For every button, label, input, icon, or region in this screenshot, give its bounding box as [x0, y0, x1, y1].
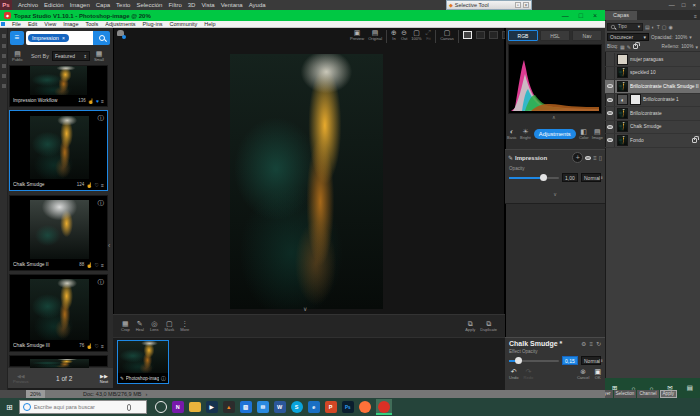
zoom-level[interactable]: 20% [26, 390, 45, 398]
selective-tool-window[interactable]: ◆ Selective Tool ▫ × [446, 0, 532, 10]
menu-seleccion[interactable]: Selección [136, 2, 162, 8]
start-button[interactable]: ⊞ [6, 403, 13, 412]
taskbar-search[interactable] [19, 400, 147, 414]
thumbs-up-icon[interactable]: ☝ [86, 262, 92, 268]
search-input[interactable]: Impression × [26, 31, 93, 45]
filmstrip-thumbnail[interactable]: ✎ Photoshop-image ⓘ [117, 340, 169, 384]
more-button[interactable]: ⋮More [180, 320, 189, 332]
effect-menu-icon[interactable]: ≡ [589, 341, 593, 347]
menu-help[interactable]: Help [204, 21, 215, 27]
menu-tools[interactable]: Tools [85, 21, 98, 27]
lock-all-icon[interactable] [633, 44, 638, 49]
collapse-canvas-icon[interactable]: ∨ [303, 305, 307, 312]
menu-plugins[interactable]: Plug-ins [143, 21, 163, 27]
visibility-toggle[interactable] [605, 134, 615, 147]
redo-button[interactable]: ↷Redo [524, 368, 534, 380]
info-icon[interactable]: ⓘ [161, 375, 166, 381]
small-grid-toggle[interactable]: ▦ Small [94, 50, 104, 62]
fill-value[interactable]: 100% [681, 44, 693, 49]
heart-icon[interactable]: ♡ [95, 343, 99, 349]
mail-icon[interactable]: ✉ [257, 401, 269, 413]
blend-mode-select[interactable]: Oscurecer ▾ [607, 33, 649, 41]
trash-icon[interactable]: ▯ [599, 154, 602, 161]
panel-menu-icon[interactable]: ≡ [694, 13, 697, 19]
edge-icon[interactable]: e [308, 401, 320, 413]
menu-ventana[interactable]: Ventana [221, 2, 243, 8]
visibility-toggle[interactable] [605, 80, 615, 93]
heart-icon[interactable]: ♡ [95, 262, 99, 268]
filter-shape-icon[interactable]: ▢ [662, 24, 667, 30]
tab-apply[interactable]: Apply [660, 390, 678, 398]
menu-adjustments[interactable]: Adjustments [105, 21, 135, 27]
tab-capas[interactable]: Capas [605, 11, 637, 20]
menu-archivo[interactable]: Archivo [18, 2, 38, 8]
heal-button[interactable]: ✎Heal [136, 320, 144, 332]
canvas-button[interactable]: ▢Canvas [440, 29, 454, 41]
vlc-icon[interactable]: ▲ [223, 401, 235, 413]
search-button[interactable] [93, 31, 110, 45]
add-adjustment-button[interactable]: + [572, 152, 583, 163]
firefox-icon[interactable] [359, 401, 371, 413]
effect-opacity-value[interactable]: 0,15 [562, 356, 578, 365]
preset-card[interactable]: ⓘ Chalk Smudge II 88 ☝ ♡ ≡ [9, 195, 108, 271]
visibility-toggle[interactable] [605, 53, 615, 66]
split-view-button[interactable] [489, 31, 498, 39]
close-icon[interactable]: × [62, 35, 65, 41]
word-icon[interactable]: W [274, 401, 286, 413]
effect-opacity-slider[interactable] [509, 360, 559, 362]
card-menu-icon[interactable]: ≡ [101, 343, 104, 349]
close-icon[interactable]: × [523, 2, 529, 8]
maximize-icon[interactable]: □ [579, 12, 583, 19]
visibility-toggle[interactable] [605, 107, 615, 120]
filter-smart-icon[interactable]: ◉ [669, 24, 673, 30]
gear-icon[interactable]: ⚙ [581, 340, 586, 347]
info-icon[interactable]: ⓘ [98, 114, 105, 123]
layer-row[interactable]: ◐ Brillo/contraste 1 [605, 94, 700, 108]
thumbs-up-icon[interactable]: ☝ [86, 182, 92, 188]
close-icon[interactable]: × [692, 2, 696, 8]
menu-edit[interactable]: Edit [28, 21, 37, 27]
heart-icon[interactable]: ♥ [96, 98, 99, 104]
zoom-in-button[interactable]: ⊕In [391, 29, 397, 41]
card-menu-icon[interactable]: ≡ [101, 98, 104, 104]
powerpoint-icon[interactable]: P [325, 401, 337, 413]
cancel-button[interactable]: ⊗Cancel [577, 368, 589, 380]
minimize-icon[interactable]: — [562, 12, 569, 19]
layer-row[interactable]: Fondo [605, 134, 700, 148]
bright-button[interactable]: ☀Bright [520, 128, 530, 140]
undo-button[interactable]: ↶Undo [509, 368, 519, 380]
visibility-toggle[interactable] [605, 94, 615, 107]
movies-icon[interactable]: ▶ [206, 401, 218, 413]
tab-hsl[interactable]: HSL [540, 30, 570, 41]
sidebar-menu-button[interactable]: ≡ [10, 31, 24, 45]
reset-icon[interactable]: ↻ [596, 340, 601, 347]
search-tag[interactable]: Impression × [28, 34, 69, 42]
collapse-histogram-icon[interactable]: ∧ [552, 114, 556, 120]
lens-button[interactable]: ◎Lens [150, 320, 159, 332]
lock-pixels-icon[interactable]: ✎ [627, 44, 631, 50]
slider-knob[interactable] [540, 174, 547, 181]
menu-imagen[interactable]: Imagen [70, 2, 90, 8]
filter-image-icon[interactable]: ▤ [645, 24, 650, 30]
folder-icon[interactable]: ▤ [687, 384, 693, 392]
layer-row[interactable]: mujer paraguas [605, 53, 700, 67]
lock-transparent-icon[interactable]: ▦ [620, 44, 625, 50]
mask-button[interactable]: ▢Mask [165, 320, 175, 332]
thumbs-up-icon[interactable]: ☝ [88, 98, 94, 104]
tab-rgb[interactable]: RGB [508, 30, 538, 41]
info-icon[interactable]: ⓘ [98, 199, 105, 208]
layer-filter-dropdown[interactable]: Tipo ▾ [607, 23, 643, 31]
opacity-value[interactable]: 100% [675, 35, 687, 40]
photoshop-icon[interactable]: Ps [342, 401, 354, 413]
previous-page-button[interactable]: ◀◀ Previous [13, 373, 29, 384]
image-button[interactable]: ▤Image [592, 128, 603, 140]
search-input[interactable] [34, 404, 124, 410]
tab-channel[interactable]: Channel [637, 390, 658, 398]
layer-row[interactable]: Brillo/contraste [605, 107, 700, 121]
topaz-titlebar[interactable]: ◆ Topaz Studio V1.10.1 - Photoshop-image… [0, 10, 605, 21]
layer-row-selected[interactable]: Brillo/contraste Chalk Smudge II [605, 80, 700, 94]
card-menu-icon[interactable]: ≡ [101, 262, 104, 268]
layer-row[interactable]: speckled 10 [605, 67, 700, 81]
tab-nav[interactable]: Nav [572, 30, 602, 41]
adjustment-menu-icon[interactable]: ≡ [593, 155, 597, 161]
